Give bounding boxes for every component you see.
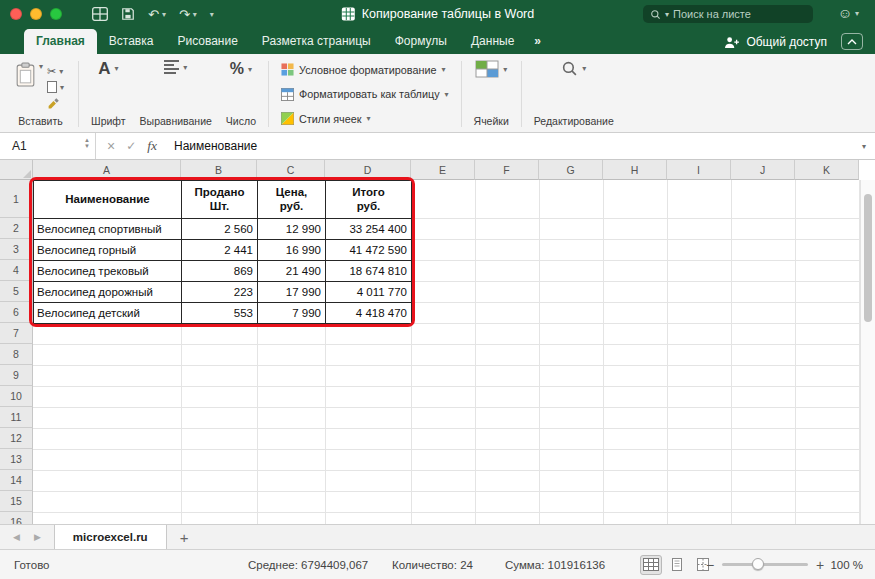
- cell-c1[interactable]: Цена, руб.: [258, 181, 326, 219]
- row-header-16[interactable]: 16: [0, 512, 33, 524]
- column-header-j[interactable]: J: [731, 160, 795, 180]
- cell-styles-button[interactable]: Стили ячеек ▾: [281, 110, 449, 127]
- add-sheet-button[interactable]: +: [167, 525, 202, 549]
- paste-button[interactable]: ▾: [15, 62, 43, 87]
- row-header-12[interactable]: 12: [0, 428, 33, 449]
- row-header-2[interactable]: 2: [0, 218, 33, 239]
- column-header-f[interactable]: F: [475, 160, 539, 180]
- tab-data[interactable]: Данные: [459, 29, 526, 54]
- cell-b6[interactable]: 553: [182, 303, 258, 324]
- tab-page-layout[interactable]: Разметка страницы: [250, 29, 383, 54]
- column-header-h[interactable]: H: [603, 160, 667, 180]
- column-header-i[interactable]: I: [667, 160, 731, 180]
- row-header-6[interactable]: 6: [0, 302, 33, 323]
- row-header-9[interactable]: 9: [0, 365, 33, 386]
- row-header-11[interactable]: 11: [0, 407, 33, 428]
- tab-draw[interactable]: Рисование: [165, 29, 249, 54]
- name-box[interactable]: A1 ▲ ▼: [0, 133, 96, 159]
- cell-a1[interactable]: Наименование: [34, 181, 182, 219]
- cell-c5[interactable]: 17 990: [258, 282, 326, 303]
- vertical-scrollbar[interactable]: [860, 180, 875, 524]
- confirm-entry-button[interactable]: ✓: [126, 139, 136, 153]
- name-box-stepper[interactable]: ▲ ▼: [84, 137, 90, 149]
- row-header-8[interactable]: 8: [0, 344, 33, 365]
- zoom-slider-thumb[interactable]: [752, 558, 764, 570]
- select-all-button[interactable]: [0, 160, 33, 180]
- cell-b2[interactable]: 2 560: [182, 219, 258, 240]
- cell-d5[interactable]: 4 011 770: [326, 282, 412, 303]
- zoom-slider[interactable]: [722, 563, 808, 566]
- tab-overflow-chevron[interactable]: »: [526, 29, 549, 54]
- undo-button[interactable]: ↶ ▾: [148, 7, 166, 22]
- cell-a4[interactable]: Велосипед трековый: [34, 261, 182, 282]
- format-painter-button[interactable]: [47, 95, 64, 111]
- column-header-e[interactable]: E: [411, 160, 475, 180]
- row-header-3[interactable]: 3: [0, 239, 33, 260]
- cell-a5[interactable]: Велосипед дорожный: [34, 282, 182, 303]
- column-header-c[interactable]: C: [257, 160, 325, 180]
- cells-group[interactable]: ▾ Ячейки: [467, 58, 516, 130]
- alignment-group[interactable]: ▾ Выравнивание: [133, 58, 219, 130]
- toolbar-options-button[interactable]: ▾: [210, 10, 214, 19]
- cell-d4[interactable]: 18 674 810: [326, 261, 412, 282]
- column-header-g[interactable]: G: [539, 160, 603, 180]
- row-header-14[interactable]: 14: [0, 470, 33, 491]
- cell-a2[interactable]: Велосипед спортивный: [34, 219, 182, 240]
- redo-button[interactable]: ↷ ▾: [179, 7, 197, 22]
- conditional-formatting-button[interactable]: Условное форматирование ▾: [281, 61, 449, 78]
- column-header-k[interactable]: K: [795, 160, 859, 180]
- next-sheet-button[interactable]: ▶: [34, 532, 41, 542]
- cut-button[interactable]: ✂ ▾: [47, 63, 64, 79]
- cell-c4[interactable]: 21 490: [258, 261, 326, 282]
- cell-b4[interactable]: 869: [182, 261, 258, 282]
- cell-b5[interactable]: 223: [182, 282, 258, 303]
- minimize-button[interactable]: [30, 8, 42, 20]
- share-button[interactable]: Общий доступ: [723, 35, 827, 49]
- cancel-entry-button[interactable]: ×: [107, 138, 115, 154]
- row-header-13[interactable]: 13: [0, 449, 33, 470]
- view-switcher-button[interactable]: [92, 7, 108, 21]
- formula-input[interactable]: Наименование: [168, 133, 862, 159]
- vertical-scrollbar-thumb[interactable]: [864, 194, 872, 322]
- cell-c2[interactable]: 12 990: [258, 219, 326, 240]
- save-button[interactable]: [121, 7, 135, 21]
- row-header-1[interactable]: 1: [0, 180, 33, 218]
- cell-a3[interactable]: Велосипед горный: [34, 240, 182, 261]
- cell-c6[interactable]: 7 990: [258, 303, 326, 324]
- collapse-ribbon-button[interactable]: [841, 33, 863, 50]
- cell-c3[interactable]: 16 990: [258, 240, 326, 261]
- column-header-a[interactable]: A: [33, 160, 181, 180]
- editing-group[interactable]: ▾ Редактирование: [527, 58, 621, 130]
- number-group[interactable]: % ▾ Число: [219, 58, 263, 130]
- column-header-b[interactable]: B: [181, 160, 257, 180]
- sheet-area[interactable]: Наименование Продано Шт. Цена, руб. Итог…: [33, 180, 875, 524]
- cell-b1[interactable]: Продано Шт.: [182, 181, 258, 219]
- cell-d3[interactable]: 41 472 590: [326, 240, 412, 261]
- zoom-out-button[interactable]: −: [706, 550, 714, 579]
- cell-d1[interactable]: Итого руб.: [326, 181, 412, 219]
- zoom-in-button[interactable]: +: [816, 550, 824, 579]
- prev-sheet-button[interactable]: ◀: [13, 532, 20, 542]
- copy-button[interactable]: ▾: [47, 79, 64, 95]
- normal-view-button[interactable]: [640, 555, 662, 575]
- cell-d6[interactable]: 4 418 470: [326, 303, 412, 324]
- font-group[interactable]: А ▾ Шрифт: [84, 58, 133, 130]
- data-table[interactable]: Наименование Продано Шт. Цена, руб. Итог…: [33, 180, 412, 324]
- insert-function-button[interactable]: fx: [147, 138, 157, 154]
- fullscreen-button[interactable]: [50, 8, 62, 20]
- cell-a6[interactable]: Велосипед детский: [34, 303, 182, 324]
- row-header-4[interactable]: 4: [0, 260, 33, 281]
- sheet-tab-active[interactable]: microexcel.ru: [54, 525, 167, 549]
- row-header-7[interactable]: 7: [0, 323, 33, 344]
- tab-insert[interactable]: Вставка: [97, 29, 166, 54]
- close-button[interactable]: [10, 8, 22, 20]
- sheet-search-input[interactable]: ▾ Поиск на листе: [643, 5, 813, 23]
- page-layout-view-button[interactable]: [666, 555, 688, 575]
- tab-home[interactable]: Главная: [24, 29, 97, 54]
- row-header-5[interactable]: 5: [0, 281, 33, 302]
- cell-d2[interactable]: 33 254 400: [326, 219, 412, 240]
- feedback-button[interactable]: ☺ ▾: [838, 5, 859, 21]
- format-as-table-button[interactable]: Форматировать как таблицу ▾: [281, 86, 449, 103]
- row-header-10[interactable]: 10: [0, 386, 33, 407]
- expand-formula-bar-button[interactable]: ▾: [862, 133, 875, 159]
